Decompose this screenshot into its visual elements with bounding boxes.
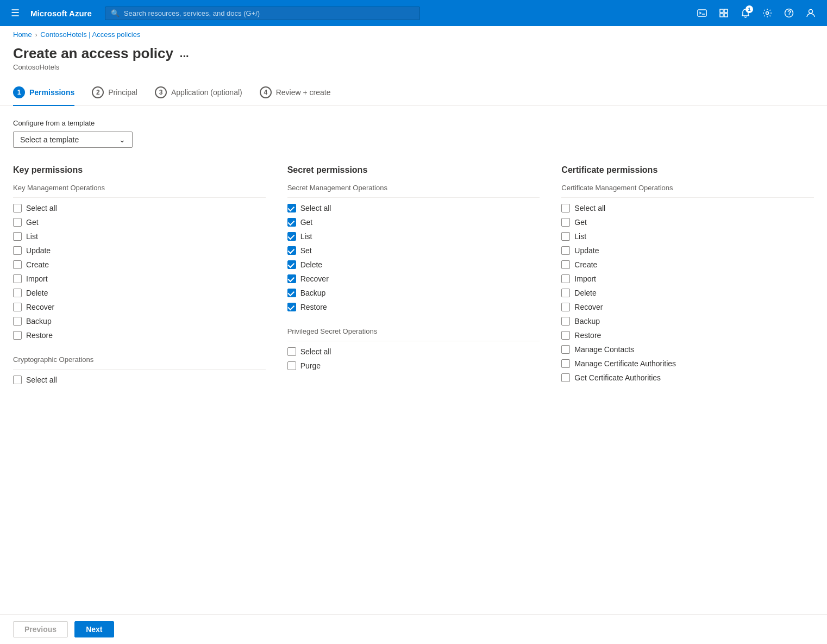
cert-update-label[interactable]: Update bbox=[574, 246, 599, 255]
cert-delete-label[interactable]: Delete bbox=[574, 289, 596, 297]
portal-icon[interactable] bbox=[714, 3, 734, 23]
list-item: Create bbox=[13, 258, 266, 272]
cert-import-label[interactable]: Import bbox=[574, 274, 596, 283]
cert-get-ca-label[interactable]: Get Certificate Authorities bbox=[574, 373, 661, 382]
cert-import-checkbox[interactable] bbox=[561, 274, 570, 283]
key-get-checkbox[interactable] bbox=[13, 218, 22, 227]
key-select-all-checkbox[interactable] bbox=[13, 204, 22, 212]
secret-get-label[interactable]: Get bbox=[300, 218, 313, 227]
user-icon[interactable] bbox=[801, 3, 820, 23]
search-icon: 🔍 bbox=[111, 9, 120, 17]
tab-label-principal: Principal bbox=[108, 88, 137, 97]
key-import-label[interactable]: Import bbox=[26, 274, 48, 283]
list-item: Select all bbox=[13, 201, 266, 215]
list-item: Delete bbox=[561, 286, 814, 300]
secret-select-all-label[interactable]: Select all bbox=[300, 204, 331, 212]
key-restore-label[interactable]: Restore bbox=[26, 331, 53, 340]
cert-delete-checkbox[interactable] bbox=[561, 289, 570, 297]
key-crypto-select-all-label[interactable]: Select all bbox=[26, 376, 57, 384]
cert-get-checkbox[interactable] bbox=[561, 218, 570, 227]
tab-application[interactable]: 3 Application (optional) bbox=[155, 80, 242, 106]
key-update-checkbox[interactable] bbox=[13, 246, 22, 255]
key-get-label[interactable]: Get bbox=[26, 218, 39, 227]
key-restore-checkbox[interactable] bbox=[13, 331, 22, 340]
secret-get-checkbox[interactable] bbox=[287, 218, 296, 227]
key-list-checkbox[interactable] bbox=[13, 232, 22, 241]
secret-recover-checkbox[interactable] bbox=[287, 274, 296, 283]
tab-review-create[interactable]: 4 Review + create bbox=[260, 80, 331, 106]
cert-create-checkbox[interactable] bbox=[561, 260, 570, 269]
secret-purge-checkbox[interactable] bbox=[287, 361, 296, 370]
cert-manage-ca-checkbox[interactable] bbox=[561, 359, 570, 368]
notification-badge: 1 bbox=[745, 5, 753, 13]
settings-icon[interactable] bbox=[757, 3, 777, 23]
key-recover-label[interactable]: Recover bbox=[26, 303, 54, 311]
key-select-all-label[interactable]: Select all bbox=[26, 204, 57, 212]
cert-backup-label[interactable]: Backup bbox=[574, 317, 600, 326]
secret-backup-checkbox[interactable] bbox=[287, 289, 296, 297]
privileged-select-all-label[interactable]: Select all bbox=[300, 347, 331, 356]
key-crypto-select-all-checkbox[interactable] bbox=[13, 376, 22, 384]
tab-principal[interactable]: 2 Principal bbox=[92, 80, 137, 106]
secret-restore-label[interactable]: Restore bbox=[300, 303, 327, 311]
privileged-secret-ops-label: Privileged Secret Operations bbox=[287, 327, 540, 335]
secret-restore-checkbox[interactable] bbox=[287, 303, 296, 311]
key-update-label[interactable]: Update bbox=[26, 246, 51, 255]
cert-backup-checkbox[interactable] bbox=[561, 317, 570, 326]
cert-restore-checkbox[interactable] bbox=[561, 331, 570, 340]
search-input[interactable] bbox=[124, 9, 414, 17]
breadcrumb-home[interactable]: Home bbox=[13, 30, 32, 39]
key-import-checkbox[interactable] bbox=[13, 274, 22, 283]
key-recover-checkbox[interactable] bbox=[13, 303, 22, 311]
cert-list-checkbox[interactable] bbox=[561, 232, 570, 241]
key-delete-label[interactable]: Delete bbox=[26, 289, 48, 297]
key-create-checkbox[interactable] bbox=[13, 260, 22, 269]
cert-list-label[interactable]: List bbox=[574, 232, 586, 241]
secret-delete-label[interactable]: Delete bbox=[300, 260, 322, 269]
hamburger-menu[interactable]: ☰ bbox=[7, 5, 24, 21]
secret-backup-label[interactable]: Backup bbox=[300, 289, 326, 297]
privileged-select-all-checkbox[interactable] bbox=[287, 347, 296, 356]
list-item: List bbox=[13, 229, 266, 243]
secret-recover-label[interactable]: Recover bbox=[300, 274, 329, 283]
cert-select-all-checkbox[interactable] bbox=[561, 204, 570, 212]
cert-get-ca-checkbox[interactable] bbox=[561, 373, 570, 382]
key-delete-checkbox[interactable] bbox=[13, 289, 22, 297]
key-divider-2 bbox=[13, 369, 266, 370]
tab-permissions[interactable]: 1 Permissions bbox=[13, 80, 74, 106]
cert-manage-ca-label[interactable]: Manage Certificate Authorities bbox=[574, 359, 676, 368]
notifications-icon[interactable]: 1 bbox=[736, 3, 755, 23]
key-backup-checkbox[interactable] bbox=[13, 317, 22, 326]
secret-select-all-checkbox[interactable] bbox=[287, 204, 296, 212]
secret-set-checkbox[interactable] bbox=[287, 246, 296, 255]
cert-manage-contacts-label[interactable]: Manage Contacts bbox=[574, 345, 634, 354]
secret-list-label[interactable]: List bbox=[300, 232, 312, 241]
breadcrumb-access-policies[interactable]: ContosoHotels | Access policies bbox=[40, 30, 140, 39]
cert-create-label[interactable]: Create bbox=[574, 260, 597, 269]
list-item: Backup bbox=[287, 286, 540, 300]
page-title-text: Create an access policy bbox=[13, 45, 173, 62]
cert-recover-label[interactable]: Recover bbox=[574, 303, 603, 311]
secret-purge-label[interactable]: Purge bbox=[300, 361, 321, 370]
list-item: Select all bbox=[561, 201, 814, 215]
template-select-dropdown[interactable]: Select a template ⌄ bbox=[13, 132, 133, 148]
secret-set-label[interactable]: Set bbox=[300, 246, 312, 255]
cert-update-checkbox[interactable] bbox=[561, 246, 570, 255]
key-create-label[interactable]: Create bbox=[26, 260, 49, 269]
cert-recover-checkbox[interactable] bbox=[561, 303, 570, 311]
cert-manage-contacts-checkbox[interactable] bbox=[561, 345, 570, 354]
secret-list-checkbox[interactable] bbox=[287, 232, 296, 241]
key-backup-label[interactable]: Backup bbox=[26, 317, 52, 326]
search-bar[interactable]: 🔍 bbox=[105, 7, 420, 20]
help-icon[interactable]: ? bbox=[779, 3, 799, 23]
permissions-grid: Key permissions Key Management Operation… bbox=[13, 165, 814, 387]
cert-restore-label[interactable]: Restore bbox=[574, 331, 601, 340]
cert-select-all-label[interactable]: Select all bbox=[574, 204, 605, 212]
ellipsis-button[interactable]: ... bbox=[180, 47, 189, 60]
key-list-label[interactable]: List bbox=[26, 232, 38, 241]
list-item: Purge bbox=[287, 359, 540, 373]
secret-permissions-column: Secret permissions Secret Management Ope… bbox=[287, 165, 540, 387]
cert-get-label[interactable]: Get bbox=[574, 218, 587, 227]
cloud-shell-icon[interactable] bbox=[692, 3, 712, 23]
secret-delete-checkbox[interactable] bbox=[287, 260, 296, 269]
